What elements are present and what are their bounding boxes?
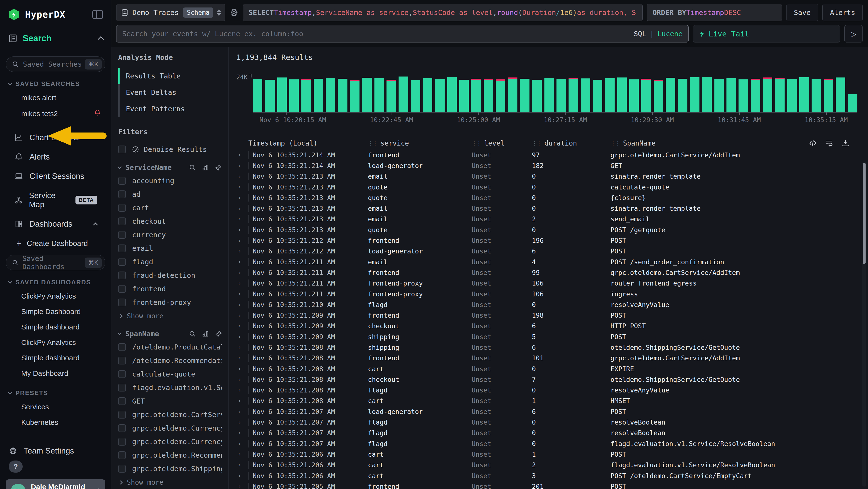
alerts-button[interactable]: Alerts [823, 4, 863, 21]
filter-checkbox-row[interactable]: ad [118, 188, 222, 201]
saved-searches-section[interactable]: SAVED SEARCHES [9, 80, 105, 88]
table-row[interactable]: › Nov 6 10:35:21.213 AM email Unset 2 se… [236, 214, 868, 225]
histogram-bar[interactable] [593, 80, 602, 112]
filter-checkbox-row[interactable]: checkout [118, 214, 222, 228]
checkbox[interactable] [118, 285, 126, 293]
filter-checkbox-row[interactable]: frontend-proxy [118, 296, 222, 309]
histogram-bar[interactable] [374, 78, 384, 112]
table-row[interactable]: › Nov 6 10:35:21.208 AM cart Unset 1 HMS… [236, 396, 868, 406]
table-row[interactable]: › Nov 6 10:35:21.207 AM load-generator U… [236, 406, 868, 417]
vertical-scrollbar[interactable] [862, 162, 866, 487]
column-duration[interactable]: ⋮⋮duration [532, 139, 611, 147]
checkbox[interactable] [118, 204, 126, 212]
row-expander-icon[interactable]: › [236, 451, 248, 458]
checkbox[interactable] [118, 451, 126, 459]
table-row[interactable]: › Nov 6 10:35:21.207 AM flagd Unset 0 re… [236, 428, 868, 438]
filter-checkbox-row[interactable]: grpc.oteldemo.CurrencyS… [118, 422, 222, 435]
presets-section[interactable]: PRESETS [9, 389, 105, 397]
checkbox[interactable] [118, 357, 126, 365]
wrap-text-icon[interactable] [825, 139, 833, 147]
bar-chart-icon[interactable] [202, 164, 209, 171]
table-row[interactable]: › Nov 6 10:35:21.208 AM checkout Unset 7… [236, 374, 868, 385]
histogram-bar[interactable] [545, 78, 554, 112]
lang-lucene[interactable]: Lucene [657, 30, 683, 38]
filter-checkbox-row[interactable]: accounting [118, 174, 222, 188]
histogram-bar[interactable] [751, 79, 760, 112]
histogram-bar[interactable] [338, 79, 347, 112]
checkbox[interactable] [118, 258, 126, 266]
histogram-bar[interactable] [702, 77, 712, 112]
histogram-bar[interactable] [496, 79, 505, 112]
table-row[interactable]: › Nov 6 10:35:21.212 AM load-generator U… [236, 246, 868, 257]
row-expander-icon[interactable]: › [236, 398, 248, 404]
row-expander-icon[interactable]: › [236, 237, 248, 244]
checkbox[interactable] [118, 465, 126, 472]
saved-dashboards-input[interactable]: Saved Dashboards ⌘K [6, 255, 105, 270]
filter-checkbox-row[interactable]: grpc.oteldemo.CartServi… [118, 408, 222, 422]
preset-item[interactable]: Kubernetes [6, 415, 105, 430]
search-icon[interactable] [189, 164, 196, 171]
checkbox[interactable] [118, 218, 126, 225]
scrollbar-thumb[interactable] [863, 163, 866, 264]
filter-checkbox-row[interactable]: grpc.oteldemo.CurrencyS… [118, 435, 222, 449]
settings-gear-icon[interactable] [229, 8, 239, 17]
table-row[interactable]: › Nov 6 10:35:21.209 AM frontend Unset 1… [236, 310, 868, 320]
histogram-bar[interactable] [314, 79, 323, 112]
row-expander-icon[interactable]: › [236, 472, 248, 479]
filter-checkbox-row[interactable]: /oteldemo.ProductCatalo… [118, 340, 222, 354]
histogram-bar[interactable] [253, 79, 262, 112]
mode-results-table[interactable]: Results Table [118, 68, 222, 84]
filter-checkbox-row[interactable]: grpc.oteldemo.Recommend… [118, 449, 222, 462]
saved-dashboard-item[interactable]: Simple Dashboard [6, 304, 105, 319]
histogram-bar[interactable] [799, 77, 809, 112]
table-row[interactable]: › Nov 6 10:35:21.206 AM cart Unset 1 POS… [236, 449, 868, 460]
pin-icon[interactable] [215, 330, 222, 338]
histogram-bar[interactable] [459, 80, 469, 112]
histogram-bar[interactable] [350, 80, 360, 112]
checkbox[interactable] [118, 191, 126, 198]
code-icon[interactable] [809, 139, 817, 147]
histogram-bar[interactable] [471, 79, 481, 112]
histogram-bar[interactable] [484, 79, 493, 112]
filter-checkbox-row[interactable]: GET [118, 394, 222, 408]
table-row[interactable]: › Nov 6 10:35:21.206 AM cart Unset 2 fla… [236, 460, 868, 470]
histogram-bar[interactable] [581, 79, 590, 112]
row-expander-icon[interactable]: › [236, 226, 248, 233]
table-row[interactable]: › Nov 6 10:35:21.213 AM quote Unset 0 {c… [236, 192, 868, 203]
search-icon[interactable] [189, 330, 196, 338]
filter-checkbox-row[interactable]: email [118, 241, 222, 255]
table-row[interactable]: › Nov 6 10:35:21.213 AM quote Unset 0 PO… [236, 225, 868, 235]
saved-searches-input[interactable]: Saved Searches ⌘K [6, 56, 105, 72]
language-switch[interactable]: SQL | Lucene [633, 30, 683, 38]
user-card[interactable]: DM Dale McDiarmid demo-service - [6, 479, 105, 489]
row-expander-icon[interactable]: › [236, 430, 248, 436]
row-expander-icon[interactable]: › [236, 355, 248, 362]
table-row[interactable]: › Nov 6 10:35:21.207 AM flagd Unset 0 re… [236, 417, 868, 427]
row-expander-icon[interactable]: › [236, 387, 248, 394]
saved-dashboards-section[interactable]: SAVED DASHBOARDS [9, 279, 105, 286]
row-expander-icon[interactable]: › [236, 259, 248, 265]
checkbox[interactable] [118, 244, 126, 252]
table-row[interactable]: › Nov 6 10:35:21.214 AM frontend Unset 9… [236, 150, 868, 160]
filter-checkbox-row[interactable]: fraud-detection [118, 269, 222, 282]
source-select[interactable]: Demo Traces Schema [116, 4, 225, 21]
histogram-bar[interactable] [678, 79, 687, 112]
table-row[interactable]: › Nov 6 10:35:21.211 AM frontend Unset 9… [236, 267, 868, 278]
mode-event-deltas[interactable]: Event Deltas [118, 84, 222, 100]
row-expander-icon[interactable]: › [236, 333, 248, 340]
histogram-bar[interactable] [666, 78, 675, 112]
histogram-bar[interactable] [775, 78, 784, 112]
row-expander-icon[interactable]: › [236, 301, 248, 308]
spanname-show-more[interactable]: Show more [118, 476, 222, 489]
histogram-bar[interactable] [836, 78, 845, 112]
pin-icon[interactable] [215, 164, 222, 171]
table-row[interactable]: › Nov 6 10:35:21.212 AM frontend Unset 1… [236, 235, 868, 246]
saved-dashboard-item[interactable]: Simple dashboard [6, 350, 105, 366]
histogram-bar[interactable] [763, 78, 772, 112]
histogram-bar[interactable] [726, 78, 736, 112]
select-query-input[interactable]: SELECT Timestamp, ServiceName as service… [243, 4, 643, 21]
table-row[interactable]: › Nov 6 10:35:21.208 AM shipping Unset 6… [236, 342, 868, 353]
checkbox[interactable] [118, 177, 126, 185]
table-row[interactable]: › Nov 6 10:35:21.214 AM load-generator U… [236, 160, 868, 171]
servicename-show-more[interactable]: Show more [118, 309, 222, 322]
